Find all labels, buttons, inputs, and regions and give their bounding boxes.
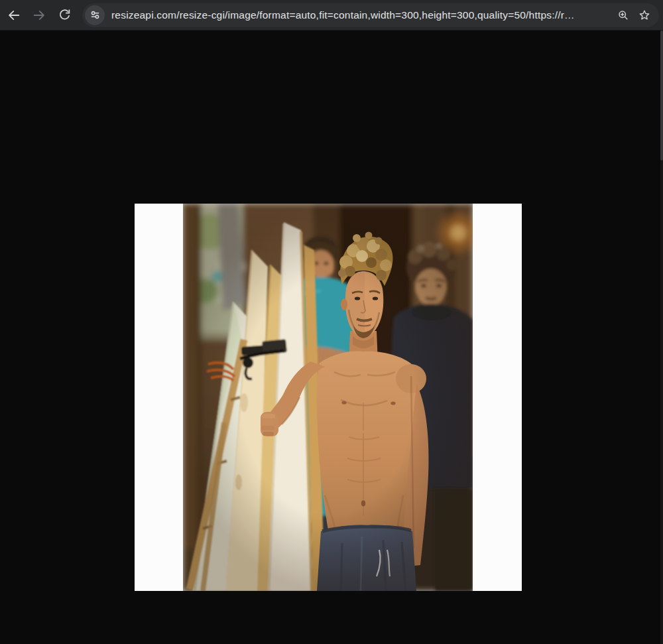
bookmark-button[interactable] (634, 5, 655, 26)
scrollbar-thumb[interactable] (660, 31, 663, 161)
star-outline-icon (638, 9, 651, 22)
page-content (0, 31, 663, 644)
reload-button[interactable] (52, 3, 77, 28)
url-text: resizeapi.com/resize-cgi/image/format=au… (111, 9, 607, 21)
magnifier-plus-icon (617, 9, 630, 22)
site-info-button[interactable] (85, 5, 105, 25)
zoom-level-button[interactable] (613, 5, 634, 26)
tune-sliders-icon (90, 10, 100, 20)
forward-button[interactable] (27, 3, 52, 28)
reload-icon (58, 8, 72, 22)
url-bar[interactable]: resizeapi.com/resize-cgi/image/format=au… (82, 3, 659, 27)
back-button[interactable] (1, 3, 27, 28)
back-arrow-icon (7, 8, 21, 23)
scrollbar-track[interactable] (660, 31, 663, 644)
browser-window: resizeapi.com/resize-cgi/image/format=au… (0, 0, 663, 644)
image-letterbox-frame (135, 204, 522, 591)
forward-arrow-icon (32, 8, 46, 23)
browser-toolbar: resizeapi.com/resize-cgi/image/format=au… (0, 0, 663, 31)
surfboard-rack-photo (183, 204, 473, 591)
